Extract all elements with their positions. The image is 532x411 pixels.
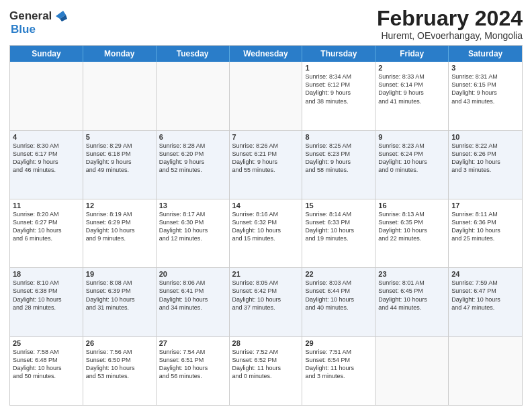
day-number: 27: [159, 339, 226, 347]
day-number: 20: [159, 270, 226, 278]
cal-cell-empty: [230, 62, 303, 130]
day-number: 22: [305, 270, 372, 278]
calendar-week-1: 1Sunrise: 8:34 AM Sunset: 6:12 PM Daylig…: [10, 62, 522, 130]
cal-cell-day-5: 5Sunrise: 8:29 AM Sunset: 6:18 PM Daylig…: [83, 131, 157, 199]
cal-header-thursday: Thursday: [302, 46, 375, 62]
day-info: Sunrise: 7:52 AM Sunset: 6:52 PM Dayligh…: [232, 348, 300, 381]
day-info: Sunrise: 8:05 AM Sunset: 6:42 PM Dayligh…: [232, 279, 300, 312]
day-info: Sunrise: 8:03 AM Sunset: 6:44 PM Dayligh…: [305, 279, 372, 312]
calendar-header-row: SundayMondayTuesdayWednesdayThursdayFrid…: [10, 46, 522, 62]
title-section: February 2024 Huremt, OEvoerhangay, Mong…: [377, 7, 523, 41]
cal-cell-day-23: 23Sunrise: 8:01 AM Sunset: 6:45 PM Dayli…: [375, 268, 449, 336]
day-number: 8: [305, 133, 372, 141]
day-info: Sunrise: 8:34 AM Sunset: 6:12 PM Dayligh…: [305, 73, 372, 105]
cal-cell-day-10: 10Sunrise: 8:22 AM Sunset: 6:26 PM Dayli…: [449, 131, 522, 199]
day-info: Sunrise: 8:29 AM Sunset: 6:18 PM Dayligh…: [86, 142, 153, 175]
day-info: Sunrise: 8:14 AM Sunset: 6:33 PM Dayligh…: [305, 210, 372, 243]
day-info: Sunrise: 7:51 AM Sunset: 6:54 PM Dayligh…: [305, 348, 372, 381]
cal-cell-empty: [10, 62, 83, 130]
cal-cell-day-19: 19Sunrise: 8:08 AM Sunset: 6:39 PM Dayli…: [83, 268, 157, 336]
day-number: 25: [13, 339, 80, 347]
cal-cell-day-8: 8Sunrise: 8:25 AM Sunset: 6:23 PM Daylig…: [302, 131, 375, 199]
cal-cell-empty: [375, 337, 449, 405]
cal-cell-day-3: 3Sunrise: 8:31 AM Sunset: 6:15 PM Daylig…: [449, 62, 522, 130]
day-info: Sunrise: 7:58 AM Sunset: 6:48 PM Dayligh…: [13, 348, 80, 381]
day-info: Sunrise: 8:06 AM Sunset: 6:41 PM Dayligh…: [159, 279, 226, 312]
day-number: 28: [232, 339, 300, 347]
cal-cell-day-11: 11Sunrise: 8:20 AM Sunset: 6:27 PM Dayli…: [10, 199, 83, 267]
day-info: Sunrise: 8:13 AM Sunset: 6:35 PM Dayligh…: [378, 210, 445, 243]
day-number: 14: [232, 201, 300, 210]
day-info: Sunrise: 8:22 AM Sunset: 6:26 PM Dayligh…: [451, 142, 519, 175]
cal-cell-day-18: 18Sunrise: 8:10 AM Sunset: 6:38 PM Dayli…: [10, 268, 83, 336]
day-info: Sunrise: 7:54 AM Sunset: 6:51 PM Dayligh…: [159, 348, 226, 381]
day-number: 21: [232, 270, 300, 278]
cal-cell-day-29: 29Sunrise: 7:51 AM Sunset: 6:54 PM Dayli…: [302, 337, 375, 405]
day-info: Sunrise: 8:08 AM Sunset: 6:39 PM Dayligh…: [86, 279, 153, 312]
cal-cell-day-16: 16Sunrise: 8:13 AM Sunset: 6:35 PM Dayli…: [375, 199, 449, 267]
day-number: 29: [305, 339, 372, 347]
cal-cell-day-4: 4Sunrise: 8:30 AM Sunset: 6:17 PM Daylig…: [10, 131, 83, 199]
cal-cell-empty: [157, 62, 230, 130]
day-number: 26: [86, 339, 153, 347]
day-info: Sunrise: 8:30 AM Sunset: 6:17 PM Dayligh…: [13, 142, 80, 175]
day-number: 17: [451, 201, 519, 210]
logo-bird-icon: [52, 9, 67, 23]
cal-cell-day-2: 2Sunrise: 8:33 AM Sunset: 6:14 PM Daylig…: [375, 62, 449, 130]
cal-cell-day-14: 14Sunrise: 8:16 AM Sunset: 6:32 PM Dayli…: [230, 199, 303, 267]
day-number: 5: [86, 133, 153, 141]
day-number: 12: [86, 201, 153, 210]
day-info: Sunrise: 8:10 AM Sunset: 6:38 PM Dayligh…: [13, 279, 80, 312]
day-number: 11: [13, 201, 80, 210]
cal-cell-day-22: 22Sunrise: 8:03 AM Sunset: 6:44 PM Dayli…: [302, 268, 375, 336]
cal-cell-day-20: 20Sunrise: 8:06 AM Sunset: 6:41 PM Dayli…: [157, 268, 230, 336]
cal-cell-day-17: 17Sunrise: 8:11 AM Sunset: 6:36 PM Dayli…: [449, 199, 522, 267]
day-number: 1: [305, 64, 372, 72]
day-info: Sunrise: 8:25 AM Sunset: 6:23 PM Dayligh…: [305, 142, 372, 175]
day-number: 18: [13, 270, 80, 278]
cal-cell-day-7: 7Sunrise: 8:26 AM Sunset: 6:21 PM Daylig…: [230, 131, 303, 199]
cal-header-tuesday: Tuesday: [157, 46, 230, 62]
cal-header-wednesday: Wednesday: [230, 46, 303, 62]
day-number: 16: [378, 201, 445, 210]
cal-header-sunday: Sunday: [10, 46, 83, 62]
day-info: Sunrise: 8:28 AM Sunset: 6:20 PM Dayligh…: [159, 142, 226, 175]
cal-cell-day-24: 24Sunrise: 7:59 AM Sunset: 6:47 PM Dayli…: [449, 268, 522, 336]
logo-general-text: General: [9, 9, 52, 23]
day-number: 3: [451, 64, 519, 72]
day-number: 4: [13, 133, 80, 141]
day-info: Sunrise: 8:01 AM Sunset: 6:45 PM Dayligh…: [378, 279, 445, 312]
day-number: 24: [451, 270, 519, 278]
day-info: Sunrise: 7:56 AM Sunset: 6:50 PM Dayligh…: [86, 348, 153, 381]
day-number: 23: [378, 270, 445, 278]
day-info: Sunrise: 8:16 AM Sunset: 6:32 PM Dayligh…: [232, 210, 300, 243]
day-info: Sunrise: 8:20 AM Sunset: 6:27 PM Dayligh…: [13, 210, 80, 243]
cal-header-friday: Friday: [375, 46, 449, 62]
day-number: 10: [451, 133, 519, 141]
header: General Blue February 2024 Huremt, OEvoe…: [9, 7, 523, 41]
day-info: Sunrise: 8:17 AM Sunset: 6:30 PM Dayligh…: [159, 210, 226, 243]
cal-cell-day-1: 1Sunrise: 8:34 AM Sunset: 6:12 PM Daylig…: [302, 62, 375, 130]
cal-cell-day-15: 15Sunrise: 8:14 AM Sunset: 6:33 PM Dayli…: [302, 199, 375, 267]
logo-blue-text: Blue: [11, 23, 36, 36]
day-info: Sunrise: 7:59 AM Sunset: 6:47 PM Dayligh…: [451, 279, 519, 312]
day-number: 15: [305, 201, 372, 210]
day-number: 19: [86, 270, 153, 278]
calendar-body: 1Sunrise: 8:34 AM Sunset: 6:12 PM Daylig…: [10, 62, 522, 405]
day-number: 9: [378, 133, 445, 141]
day-info: Sunrise: 8:23 AM Sunset: 6:24 PM Dayligh…: [378, 142, 445, 175]
day-info: Sunrise: 8:33 AM Sunset: 6:14 PM Dayligh…: [378, 73, 445, 105]
cal-cell-day-13: 13Sunrise: 8:17 AM Sunset: 6:30 PM Dayli…: [157, 199, 230, 267]
calendar-week-4: 18Sunrise: 8:10 AM Sunset: 6:38 PM Dayli…: [10, 268, 522, 336]
calendar-week-2: 4Sunrise: 8:30 AM Sunset: 6:17 PM Daylig…: [10, 131, 522, 199]
page: General Blue February 2024 Huremt, OEvoe…: [0, 0, 532, 411]
cal-cell-day-6: 6Sunrise: 8:28 AM Sunset: 6:20 PM Daylig…: [157, 131, 230, 199]
cal-cell-day-21: 21Sunrise: 8:05 AM Sunset: 6:42 PM Dayli…: [230, 268, 303, 336]
cal-cell-day-9: 9Sunrise: 8:23 AM Sunset: 6:24 PM Daylig…: [375, 131, 449, 199]
cal-cell-day-25: 25Sunrise: 7:58 AM Sunset: 6:48 PM Dayli…: [10, 337, 83, 405]
main-title: February 2024: [377, 7, 523, 30]
calendar-week-3: 11Sunrise: 8:20 AM Sunset: 6:27 PM Dayli…: [10, 199, 522, 268]
day-info: Sunrise: 8:26 AM Sunset: 6:21 PM Dayligh…: [232, 142, 300, 175]
day-info: Sunrise: 8:31 AM Sunset: 6:15 PM Dayligh…: [451, 73, 519, 105]
day-info: Sunrise: 8:11 AM Sunset: 6:36 PM Dayligh…: [451, 210, 519, 243]
